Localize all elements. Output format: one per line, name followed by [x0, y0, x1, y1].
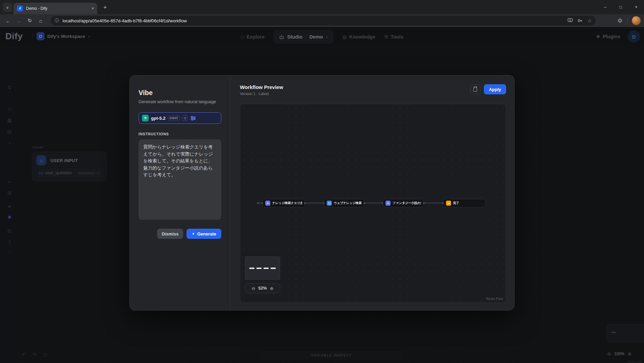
vision-icon: ◎ [182, 115, 188, 121]
address-bar[interactable]: ⓘ localhost/app/a05e405e-657d-4adb-b7f8-… [51, 16, 596, 25]
end-node-icon: ⇥ [446, 201, 451, 206]
dify-favicon: if [17, 5, 23, 12]
preview-title: Workflow Preview [240, 84, 283, 90]
reload-icon[interactable]: ↻ [24, 16, 35, 26]
vibe-title: Vibe [139, 89, 221, 97]
workflow-preview-pane: Workflow Preview Version 1 · Latest Appl… [230, 75, 514, 310]
sparkle-icon: ✦ [192, 232, 195, 236]
forward-icon[interactable]: → [14, 16, 24, 26]
site-info-icon[interactable]: ⓘ [55, 18, 59, 24]
tab-close-icon[interactable]: × [92, 6, 94, 11]
chat-badge: CHAT [168, 116, 180, 120]
extensions-puzzle-icon[interactable] [617, 18, 623, 23]
preview-zoom-control: ⊖ 52% ⊕ [245, 283, 280, 293]
tab-search-icon[interactable]: ∨ [3, 3, 12, 12]
browser-profile-avatar[interactable] [632, 16, 641, 25]
window-close-button[interactable]: × [628, 0, 644, 14]
react-flow-attribution: React Flow [486, 297, 503, 301]
instructions-input[interactable]: 質問からナレッジ検索クエリを考えてから、それで実際にナレッジを検索して。その結果… [139, 139, 221, 220]
copy-button[interactable] [470, 84, 480, 94]
dify-app: Dify / D Dify's Workspace ∨ ◇ Explore St… [0, 27, 644, 363]
vibe-subtitle: Generate workflow from natural language [139, 99, 221, 104]
instructions-label: INSTRUCTIONS [139, 132, 221, 136]
openai-icon: ✳ [142, 115, 149, 121]
toolbar-divider [627, 18, 627, 23]
edge [364, 203, 383, 203]
vibe-pane: Vibe Generate workflow from natural lang… [130, 75, 230, 310]
new-tab-button[interactable]: + [101, 3, 109, 12]
edge [424, 203, 443, 203]
node-llm-plot[interactable]: ✳ ファンタジー小説の魅力的なあらすじ [383, 199, 424, 207]
passwords-key-icon[interactable] [577, 18, 583, 23]
url-text: localhost/app/a05e405e-657d-4adb-b7f8-4b… [63, 18, 564, 23]
minimap-node [256, 268, 262, 269]
preview-version: Version 1 · Latest [240, 92, 283, 96]
edge [305, 203, 324, 203]
knowledge-retrieval-node-icon: ⊡ [327, 201, 332, 206]
apply-button[interactable]: Apply [484, 84, 506, 94]
install-icon[interactable] [568, 18, 573, 23]
node-llm-query[interactable]: ✳ ナレッジ検索クエリ生成 [263, 199, 305, 207]
clipboard-icon [473, 87, 477, 92]
model-selector[interactable]: ✳ gpt-5.2 CHAT ◎ [139, 112, 221, 124]
llm-node-icon: ✳ [386, 201, 391, 206]
window-maximize-button[interactable]: □ [613, 0, 628, 14]
browser-tabstrip: ∨ if Demo - Dify × + – □ × [0, 0, 644, 14]
vibe-modal: Vibe Generate workflow from natural lang… [129, 75, 515, 311]
node-knowledge-retrieval[interactable]: ⊡ ウェブナレッジ検索 [324, 199, 364, 207]
edge [258, 203, 263, 203]
model-params-icon[interactable] [190, 116, 196, 121]
tab-title: Demo - Dify [26, 6, 89, 11]
minimap-node [249, 268, 254, 269]
zoom-level: 52% [258, 286, 267, 291]
minimap-node [264, 268, 269, 269]
minimap-node [271, 268, 276, 269]
dismiss-button[interactable]: Dismiss [157, 229, 183, 239]
minimap[interactable] [245, 256, 280, 280]
preview-canvas[interactable]: ✳ ナレッジ検索クエリ生成 ⊡ ウェブナレッジ検索 ✳ ファンタジー小説の魅力的… [240, 104, 506, 303]
window-minimize-button[interactable]: – [597, 0, 613, 14]
browser-tab[interactable]: if Demo - Dify × [14, 3, 97, 14]
zoom-in-icon[interactable]: ⊕ [270, 286, 274, 291]
back-icon[interactable]: ← [3, 16, 14, 26]
generate-button[interactable]: ✦ Generate [187, 229, 221, 239]
zoom-out-icon[interactable]: ⊖ [252, 286, 255, 291]
home-icon[interactable]: ⌂ [35, 16, 46, 26]
llm-node-icon: ✳ [265, 201, 270, 206]
node-end[interactable]: ⇥ 完了 [443, 199, 486, 207]
bookmark-star-icon[interactable]: ☆ [587, 18, 592, 23]
